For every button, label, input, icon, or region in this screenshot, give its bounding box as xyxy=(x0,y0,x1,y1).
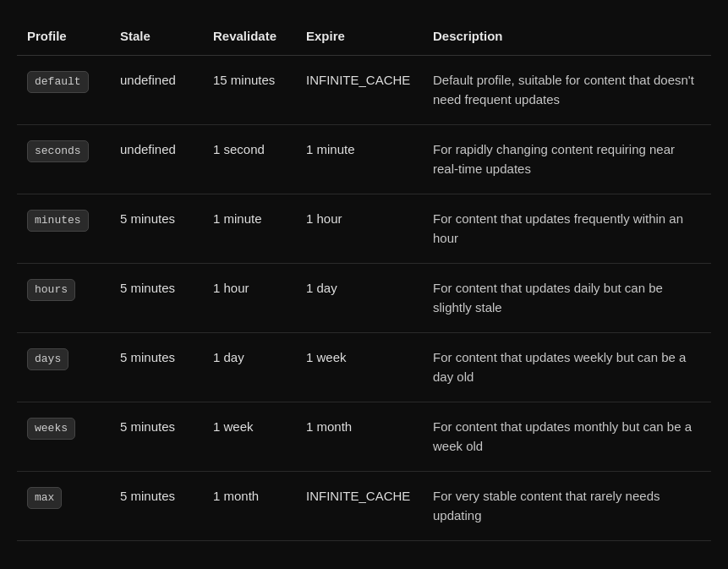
table-row: minutes5 minutes1 minute1 hourFor conten… xyxy=(17,194,711,264)
revalidate-cell: 1 month xyxy=(203,472,296,541)
profile-cell: default xyxy=(17,56,110,125)
profile-cell: minutes xyxy=(17,194,110,264)
profile-badge: hours xyxy=(27,279,75,301)
expire-cell: 1 minute xyxy=(296,125,423,194)
profile-badge: default xyxy=(27,71,89,93)
description-cell: For rapidly changing content requiring n… xyxy=(423,125,711,194)
description-cell: For very stable content that rarely need… xyxy=(423,472,711,541)
stale-cell: undefined xyxy=(110,56,203,125)
expire-cell: INFINITE_CACHE xyxy=(296,472,423,541)
table-row: secondsundefined1 second1 minuteFor rapi… xyxy=(17,125,711,194)
expire-cell: 1 week xyxy=(296,333,423,402)
column-header-stale: Stale xyxy=(110,17,203,56)
table-row: days5 minutes1 day1 weekFor content that… xyxy=(17,333,711,402)
revalidate-cell: 15 minutes xyxy=(203,56,296,125)
profile-badge: days xyxy=(27,348,68,370)
column-header-revalidate: Revalidate xyxy=(203,17,296,56)
description-cell: For content that updates monthly but can… xyxy=(423,402,711,472)
description-cell: For content that updates frequently with… xyxy=(423,194,711,264)
stale-cell: undefined xyxy=(110,125,203,194)
revalidate-cell: 1 week xyxy=(203,402,296,472)
profile-cell: weeks xyxy=(17,402,110,472)
description-cell: For content that updates daily but can b… xyxy=(423,264,711,333)
table-row: max5 minutes1 monthINFINITE_CACHEFor ver… xyxy=(17,472,711,541)
profile-badge: minutes xyxy=(27,210,89,232)
stale-cell: 5 minutes xyxy=(110,402,203,472)
stale-cell: 5 minutes xyxy=(110,333,203,402)
profile-cell: hours xyxy=(17,264,110,333)
expire-cell: 1 day xyxy=(296,264,423,333)
table-row: defaultundefined15 minutesINFINITE_CACHE… xyxy=(17,56,711,125)
description-cell: Default profile, suitable for content th… xyxy=(423,56,711,125)
profile-badge: weeks xyxy=(27,418,75,440)
profile-cell: max xyxy=(17,472,110,541)
profile-badge: max xyxy=(27,487,62,509)
column-header-profile: Profile xyxy=(17,17,110,56)
revalidate-cell: 1 minute xyxy=(203,194,296,264)
table-row: hours5 minutes1 hour1 dayFor content tha… xyxy=(17,264,711,333)
revalidate-cell: 1 day xyxy=(203,333,296,402)
profile-cell: seconds xyxy=(17,125,110,194)
expire-cell: INFINITE_CACHE xyxy=(296,56,423,125)
column-header-expire: Expire xyxy=(296,17,423,56)
expire-cell: 1 month xyxy=(296,402,423,472)
cache-profiles-table: Profile Stale Revalidate Expire Descript… xyxy=(17,17,711,541)
description-cell: For content that updates weekly but can … xyxy=(423,333,711,402)
stale-cell: 5 minutes xyxy=(110,194,203,264)
profile-cell: days xyxy=(17,333,110,402)
table-row: weeks5 minutes1 week1 monthFor content t… xyxy=(17,402,711,472)
stale-cell: 5 minutes xyxy=(110,472,203,541)
revalidate-cell: 1 hour xyxy=(203,264,296,333)
expire-cell: 1 hour xyxy=(296,194,423,264)
revalidate-cell: 1 second xyxy=(203,125,296,194)
stale-cell: 5 minutes xyxy=(110,264,203,333)
column-header-description: Description xyxy=(423,17,711,56)
profile-badge: seconds xyxy=(27,140,89,162)
